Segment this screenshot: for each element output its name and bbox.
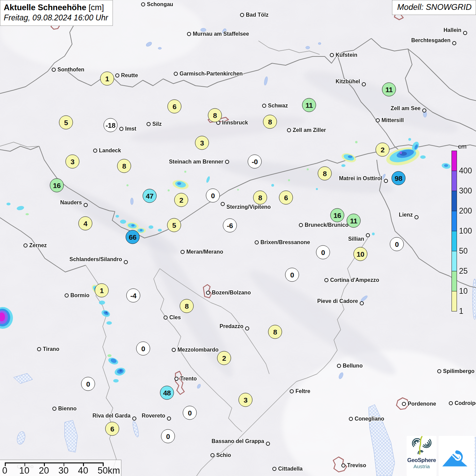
scale-bar-line: [5, 462, 103, 463]
geosphere-icon: [411, 436, 432, 456]
legend-tick-label: 100: [459, 226, 472, 236]
legend-tick-label: 25: [459, 267, 468, 276]
city-label: Zernez: [29, 242, 47, 249]
city-marker-icon: [262, 104, 266, 108]
station-value-badge: 5: [59, 116, 73, 130]
city-label: Schwaz: [268, 103, 288, 109]
station-value-badge: 5: [167, 218, 181, 232]
city-marker-icon: [206, 291, 210, 295]
city-marker-icon: [164, 316, 168, 320]
city-marker-icon: [167, 417, 171, 421]
map-title: Aktuelle Schneehöhe [cm]: [4, 3, 108, 12]
city-label: Riva del Garda: [92, 413, 131, 419]
scale-tick-label: 40: [78, 465, 88, 476]
city-marker-icon: [174, 72, 178, 76]
station-value-badge: -0: [248, 155, 262, 169]
city-label: Rovereto: [142, 413, 165, 419]
city-label: Sillian: [348, 236, 364, 242]
legend-tick-label: 1: [459, 307, 463, 316]
city-marker-icon: [23, 243, 28, 248]
station-value-badge: 1: [100, 72, 114, 86]
city-label: Innsbruck: [222, 120, 248, 126]
city-label: Cittadella: [278, 466, 303, 472]
legend-tick-label: 10: [459, 287, 468, 296]
city-marker-icon: [463, 31, 467, 35]
legend-tick-label: 300: [459, 186, 472, 196]
legend: cm 4003002001005025101: [452, 143, 476, 320]
snow-map-stage: SchongauBad TölzKemptenMurnau am Staffel…: [0, 0, 476, 476]
station-value-badge: 10: [354, 247, 368, 261]
city-marker-icon: [65, 293, 69, 298]
station-value-badge: 8: [117, 159, 131, 173]
city-label: Mezzolombardo: [177, 347, 219, 353]
city-label: Landeck: [99, 148, 121, 154]
city-marker-icon: [349, 417, 353, 421]
city-label: Predazzo: [220, 323, 243, 329]
city-label: Kufstein: [336, 52, 357, 58]
city-label: Feltre: [295, 388, 310, 394]
avalanche-service-logo: [439, 436, 475, 476]
station-value-badge: 47: [143, 189, 157, 203]
city-label: Spilimbergo: [443, 368, 474, 374]
station-value-badge: 8: [318, 167, 332, 181]
city-marker-icon: [362, 82, 366, 86]
station-value-badge: 3: [239, 393, 253, 407]
legend-swatch-300: [452, 171, 457, 191]
city-label: Codroipo: [455, 400, 476, 406]
city-marker-icon: [384, 179, 388, 183]
city-label: Treviso: [347, 462, 366, 469]
city-marker-icon: [181, 250, 185, 254]
city-label: Garmisch-Partenkirchen: [180, 71, 243, 77]
station-value-badge: 0: [285, 268, 299, 282]
city-label: Tirano: [43, 346, 60, 352]
city-marker-icon: [272, 467, 276, 471]
city-label: Bormio: [70, 292, 89, 299]
city-marker-icon: [376, 118, 380, 122]
city-label: Bozen/Bolzano: [212, 290, 251, 296]
station-value-badge: 2: [217, 351, 231, 365]
city-label: Kitzbühel: [336, 79, 360, 85]
legend-unit-label: cm: [458, 143, 466, 150]
city-marker-icon: [422, 108, 426, 113]
station-value-badge: 0: [316, 245, 330, 259]
city-marker-icon: [299, 223, 303, 227]
map-subtitle: Freitag, 09.08.2024 16:00 Uhr: [4, 13, 108, 22]
city-marker-icon: [414, 215, 419, 219]
legend-tick-label: 200: [459, 206, 472, 216]
city-label: Sterzing/Vipiteno: [226, 204, 271, 210]
city-label: Hallein: [444, 27, 461, 33]
station-value-badge: 48: [160, 386, 174, 400]
city-marker-icon: [124, 260, 128, 264]
city-label: Schio: [216, 452, 231, 458]
city-marker-icon: [245, 326, 249, 330]
city-marker-icon: [119, 127, 123, 131]
scale-tick-label: 20: [39, 465, 49, 476]
station-value-badge: 8: [268, 325, 282, 339]
legend-swatch-400: [452, 151, 457, 171]
city-label: Trento: [180, 376, 197, 382]
city-label: Matrei in Osttirol: [339, 175, 382, 182]
city-marker-icon: [290, 389, 294, 393]
station-value-badge: -6: [223, 219, 237, 233]
city-marker-icon: [174, 377, 178, 381]
city-marker-icon: [172, 348, 176, 352]
city-label: Sonthofen: [57, 67, 84, 73]
legend-swatch-25: [452, 251, 457, 271]
city-marker-icon: [266, 442, 270, 446]
city-marker-icon: [360, 301, 364, 305]
city-marker-icon: [452, 41, 456, 45]
city-label: Mittersill: [381, 117, 404, 123]
city-label: Cortina d'Ampezzo: [330, 277, 379, 283]
legend-swatch-50: [452, 231, 457, 251]
city-marker-icon: [37, 347, 41, 351]
legend-swatch-10: [452, 271, 457, 291]
city-label: Reutte: [121, 72, 138, 79]
station-value-badge: 6: [105, 422, 119, 436]
city-marker-icon: [93, 149, 97, 153]
city-marker-icon: [341, 463, 345, 468]
city-marker-icon: [337, 364, 341, 368]
city-label: Zell am Ziller: [293, 127, 326, 133]
geosphere-name: GeoSphere: [407, 457, 437, 463]
city-label: Bassano del Grappa: [211, 438, 264, 444]
city-label: Steinach am Brenner: [169, 159, 223, 165]
